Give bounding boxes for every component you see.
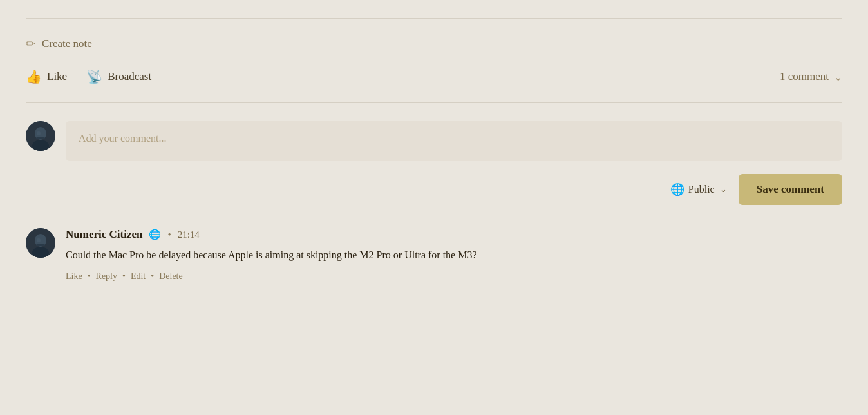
svg-rect-9 [36, 244, 45, 246]
comment-section: Numeric Citizen 🌐 • 21:14 Could the Mac … [26, 228, 842, 282]
comment-body: Numeric Citizen 🌐 • 21:14 Could the Mac … [66, 228, 842, 282]
user-avatar [26, 121, 55, 151]
create-note-label[interactable]: Create note [42, 37, 92, 50]
comment-count[interactable]: 1 comment ⌄ [780, 70, 842, 83]
like-label: Like [47, 70, 67, 83]
visibility-selector[interactable]: 🌐 Public ⌄ [670, 182, 727, 197]
actions-row: 👍 Like 📡 Broadcast 1 comment ⌄ [26, 69, 842, 84]
comment-delete-button[interactable]: Delete [159, 271, 183, 282]
thumbs-up-icon: 👍 [26, 69, 42, 84]
page-container: ✏ Create note 👍 Like 📡 Broadcast 1 comme… [0, 0, 868, 415]
comment-reply-button[interactable]: Reply [96, 271, 117, 282]
comment-count-label: 1 comment [780, 70, 829, 83]
comment-globe-icon: 🌐 [149, 229, 161, 240]
comment-input-section [26, 121, 842, 161]
sep-1: • [88, 271, 91, 282]
save-comment-row: 🌐 Public ⌄ Save comment [26, 174, 842, 205]
pencil-icon: ✏ [26, 37, 35, 51]
comment-like-button[interactable]: Like [66, 271, 82, 282]
top-divider [26, 18, 842, 19]
broadcast-button[interactable]: 📡 Broadcast [86, 69, 151, 84]
like-button[interactable]: 👍 Like [26, 69, 67, 84]
chevron-down-icon: ⌄ [834, 71, 842, 83]
broadcast-icon: 📡 [86, 69, 102, 84]
save-comment-label: Save comment [757, 183, 824, 195]
visibility-chevron-icon: ⌄ [720, 184, 727, 195]
sep-2: • [122, 271, 126, 282]
comment-time: 21:14 [178, 229, 200, 240]
comment-actions: Like • Reply • Edit • Delete [66, 271, 842, 282]
comment-edit-button[interactable]: Edit [131, 271, 146, 282]
comment-edit-label: Edit [131, 271, 146, 281]
comment-reply-label: Reply [96, 271, 117, 281]
actions-divider [26, 102, 842, 103]
comment-meta: Numeric Citizen 🌐 • 21:14 [66, 228, 842, 241]
comment-input[interactable] [66, 121, 842, 161]
comment-author: Numeric Citizen [66, 228, 142, 241]
visibility-label: Public [688, 184, 715, 195]
create-note-row: ✏ Create note [26, 37, 842, 51]
svg-point-8 [37, 238, 41, 242]
svg-rect-4 [36, 137, 45, 139]
comment-separator: • [167, 229, 171, 240]
comment-like-label: Like [66, 271, 82, 281]
sep-3: • [151, 271, 154, 282]
svg-point-3 [37, 131, 41, 135]
globe-icon: 🌐 [670, 182, 684, 197]
broadcast-label: Broadcast [108, 70, 151, 83]
comment-text: Could the Mac Pro be delayed because App… [66, 247, 568, 264]
comment-delete-label: Delete [159, 271, 183, 281]
actions-left: 👍 Like 📡 Broadcast [26, 69, 151, 84]
save-comment-button[interactable]: Save comment [739, 174, 842, 205]
commenter-avatar [26, 228, 55, 258]
